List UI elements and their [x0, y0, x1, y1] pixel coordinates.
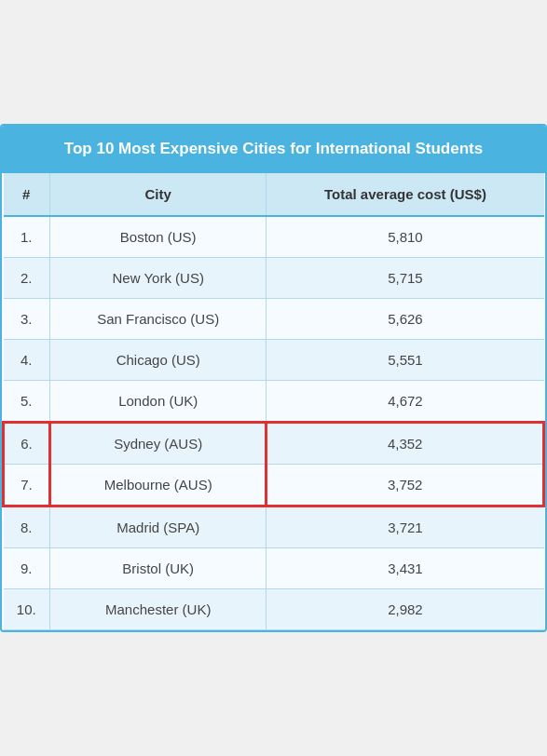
cell-cost: 5,810 [267, 216, 544, 258]
cell-cost: 5,626 [267, 298, 544, 339]
header-row: # City Total average cost (US$) [4, 173, 544, 216]
table-row: 10.Manchester (UK)2,982 [4, 588, 544, 629]
cell-cost: 3,752 [267, 464, 544, 506]
cell-city: Bristol (UK) [50, 547, 267, 588]
cell-rank: 3. [4, 298, 50, 339]
cell-city: San Francisco (US) [50, 298, 267, 339]
cell-rank: 8. [4, 506, 50, 547]
table-row: 7.Melbourne (AUS)3,752 [4, 464, 544, 506]
cell-cost: 3,721 [267, 506, 544, 547]
cell-cost: 3,431 [267, 547, 544, 588]
table-row: 2.New York (US)5,715 [4, 257, 544, 298]
cell-cost: 4,352 [267, 422, 544, 464]
cell-city: New York (US) [50, 257, 267, 298]
cell-cost: 5,551 [267, 339, 544, 380]
cell-city: Melbourne (AUS) [50, 464, 267, 506]
header-num: # [4, 173, 50, 216]
header-city: City [50, 173, 267, 216]
cell-rank: 1. [4, 216, 50, 258]
cell-city: Chicago (US) [50, 339, 267, 380]
cell-city: Manchester (UK) [50, 588, 267, 629]
cell-cost: 5,715 [267, 257, 544, 298]
table-title: Top 10 Most Expensive Cities for Interna… [2, 126, 545, 172]
cell-rank: 6. [4, 422, 50, 464]
data-table: # City Total average cost (US$) 1.Boston… [2, 173, 545, 630]
cell-rank: 9. [4, 547, 50, 588]
cell-city: Sydney (AUS) [50, 422, 267, 464]
cell-city: Madrid (SPA) [50, 506, 267, 547]
table-row: 3.San Francisco (US)5,626 [4, 298, 544, 339]
cell-city: London (UK) [50, 380, 267, 422]
cell-rank: 2. [4, 257, 50, 298]
cell-rank: 5. [4, 380, 50, 422]
cell-city: Boston (US) [50, 216, 267, 258]
cell-rank: 4. [4, 339, 50, 380]
table-row: 4.Chicago (US)5,551 [4, 339, 544, 380]
cell-rank: 7. [4, 464, 50, 506]
table-row: 9.Bristol (UK)3,431 [4, 547, 544, 588]
header-cost: Total average cost (US$) [267, 173, 544, 216]
main-container: Top 10 Most Expensive Cities for Interna… [0, 124, 547, 631]
cell-cost: 2,982 [267, 588, 544, 629]
cell-rank: 10. [4, 588, 50, 629]
table-body: 1.Boston (US)5,8102.New York (US)5,7153.… [4, 216, 544, 630]
table-row: 8.Madrid (SPA)3,721 [4, 506, 544, 547]
table-row: 6.Sydney (AUS)4,352 [4, 422, 544, 464]
table-row: 1.Boston (US)5,810 [4, 216, 544, 258]
table-row: 5.London (UK)4,672 [4, 380, 544, 422]
cell-cost: 4,672 [267, 380, 544, 422]
